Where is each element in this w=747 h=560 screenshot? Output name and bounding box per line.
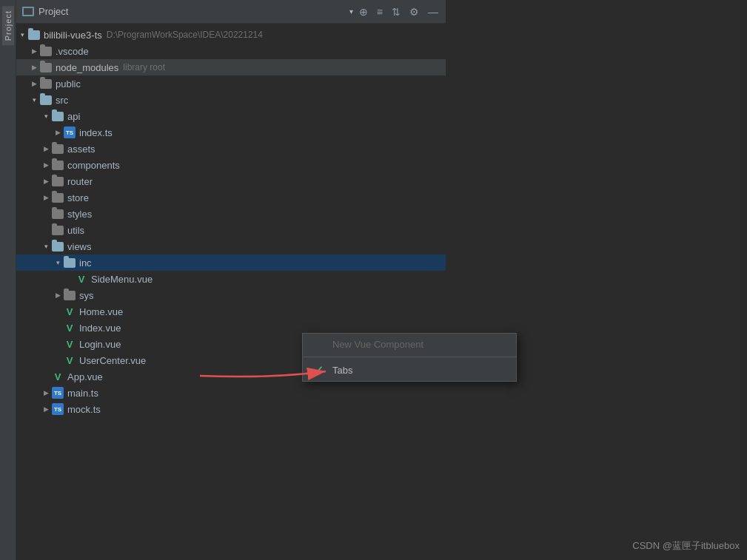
item-label: mock.ts [67, 404, 101, 415]
vue-file-icon: V [64, 306, 76, 317]
minimize-btn[interactable]: — [426, 6, 440, 18]
context-menu: New Vue Component ✓ Tabs [302, 333, 517, 382]
locate-btn[interactable]: ⊕ [358, 6, 369, 18]
root-label: bilibili-vue3-ts [44, 30, 102, 41]
list-item[interactable]: ▶ sys [16, 287, 446, 303]
list-item[interactable]: ▶ store [16, 189, 446, 206]
folder-icon [52, 112, 64, 121]
list-item[interactable]: ▶ .vscode [16, 43, 446, 59]
settings-btn[interactable]: ⚙ [408, 6, 421, 18]
item-label: utils [67, 225, 84, 236]
item-label: api [67, 111, 80, 122]
folder-icon [40, 47, 52, 56]
folder-icon [64, 258, 76, 268]
vue-file-icon: V [76, 273, 87, 285]
list-item[interactable]: ▾ src [16, 92, 446, 108]
ts-file-icon: TS [52, 387, 64, 399]
chevron-icon [52, 306, 64, 317]
chevron-icon: ▾ [40, 240, 52, 252]
list-item[interactable]: V SideMenu.vue [16, 271, 446, 287]
vue-file-icon: V [64, 322, 76, 334]
collapse-btn[interactable]: ⇅ [390, 6, 402, 18]
list-item[interactable]: ▶ public [16, 75, 446, 92]
item-label: App.vue [67, 371, 103, 382]
list-item[interactable]: ▶ node_modules library root [16, 59, 446, 75]
list-item[interactable]: ▶ TS main.ts [16, 385, 446, 401]
menu-item-label: Tabs [332, 365, 352, 376]
item-label: main.ts [67, 388, 98, 399]
item-label: .vscode [56, 46, 89, 57]
list-item[interactable]: ▾ views [16, 238, 446, 254]
list-item[interactable]: ▶ assets [16, 141, 446, 157]
item-label: Login.vue [79, 339, 121, 350]
chevron-icon: ▶ [28, 61, 40, 73]
file-tree: ▾ bilibili-vue3-ts D:\ProgramWorkSpace\I… [16, 24, 446, 560]
header-actions: ⊕ ≡ ⇅ ⚙ — [358, 6, 440, 18]
list-item[interactable]: ▶ router [16, 173, 446, 189]
item-label: Home.vue [79, 306, 123, 317]
root-folder-icon [28, 30, 40, 40]
item-label: assets [67, 144, 96, 155]
list-item[interactable]: ▶ TS index.ts [16, 124, 446, 141]
item-label: store [67, 192, 89, 203]
item-label: SideMenu.vue [91, 274, 153, 285]
folder-icon [52, 161, 64, 170]
menu-check-icon: ✓ [315, 364, 326, 376]
item-label: inc [79, 257, 92, 269]
folder-icon [52, 144, 64, 154]
sort-btn[interactable]: ≡ [375, 6, 384, 18]
context-menu-item-tabs[interactable]: ✓ Tabs [303, 359, 516, 381]
list-item[interactable]: ▾ inc [16, 254, 446, 271]
folder-icon [40, 95, 52, 105]
list-item[interactable]: ▾ api [16, 108, 446, 124]
item-label: styles [67, 209, 92, 220]
chevron-icon: ▶ [40, 175, 52, 187]
list-item[interactable]: styles [16, 206, 446, 222]
chevron-icon: ▶ [40, 143, 52, 155]
chevron-icon: ▶ [40, 403, 52, 415]
chevron-icon: ▾ [16, 29, 28, 41]
chevron-icon: ▾ [40, 110, 52, 122]
menu-separator [303, 357, 516, 357]
panel-title: Project [38, 6, 345, 17]
folder-icon [52, 226, 64, 235]
item-hint: library root [123, 62, 165, 72]
item-label: src [56, 95, 68, 106]
chevron-icon: ▶ [40, 192, 52, 203]
chevron-icon [52, 338, 64, 350]
list-item[interactable]: utils [16, 222, 446, 238]
vue-file-icon: V [64, 354, 76, 366]
list-item[interactable]: V Home.vue [16, 303, 446, 320]
panel-dropdown-arrow[interactable]: ▾ [349, 7, 353, 16]
folder-icon [52, 177, 64, 186]
tree-root[interactable]: ▾ bilibili-vue3-ts D:\ProgramWorkSpace\I… [16, 27, 446, 43]
item-label: components [67, 160, 120, 171]
root-path: D:\ProgramWorkSpace\IDEA\20221214 [107, 30, 263, 40]
chevron-icon: ▶ [40, 159, 52, 171]
project-panel: Project ▾ ⊕ ≡ ⇅ ⚙ — ▾ bilibili-vue3-ts D… [16, 0, 446, 560]
folder-icon [52, 242, 64, 252]
item-label: views [67, 241, 92, 252]
chevron-icon [40, 208, 52, 220]
list-item[interactable]: ▶ components [16, 157, 446, 173]
chevron-icon: ▶ [28, 78, 40, 90]
list-item[interactable]: ▶ TS mock.ts [16, 401, 446, 417]
project-tab-label[interactable]: Project [2, 6, 14, 45]
panel-icon [22, 7, 34, 16]
item-label: UserCenter.vue [79, 355, 146, 366]
folder-icon [40, 79, 52, 89]
item-label: sys [79, 290, 94, 301]
panel-header: Project ▾ ⊕ ≡ ⇅ ⚙ — [16, 0, 446, 24]
chevron-icon [52, 354, 64, 366]
folder-icon [40, 63, 52, 72]
chevron-icon: ▶ [40, 387, 52, 399]
chevron-icon: ▶ [52, 126, 64, 138]
folder-icon [52, 209, 64, 219]
menu-item-label: New Vue Component [332, 339, 423, 350]
ts-file-icon: TS [52, 403, 64, 415]
folder-icon [52, 193, 64, 203]
item-label: index.ts [79, 127, 113, 138]
context-menu-item-new-vue[interactable]: New Vue Component [303, 334, 516, 355]
vue-file-icon: V [52, 371, 64, 382]
chevron-icon [40, 371, 52, 382]
